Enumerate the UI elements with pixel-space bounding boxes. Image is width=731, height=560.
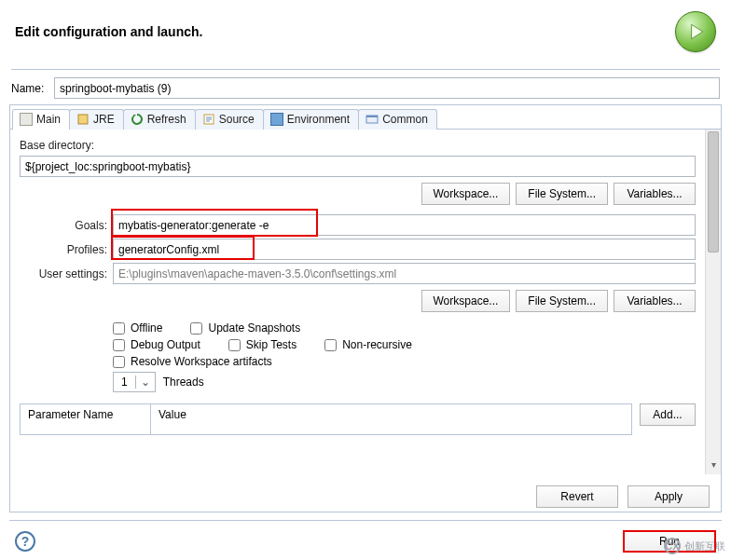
help-icon[interactable]: ? <box>15 531 35 552</box>
threads-label: Threads <box>163 376 204 389</box>
name-input[interactable] <box>54 77 720 99</box>
column-parameter-name: Parameter Name <box>21 404 151 434</box>
profiles-input[interactable] <box>113 239 696 260</box>
workspace-button[interactable]: Workspace... <box>421 183 511 205</box>
tab-source[interactable]: Source <box>195 109 264 130</box>
goals-label: Goals: <box>20 219 113 232</box>
checkbox-offline-label: Offline <box>131 321 162 335</box>
tab-jre-label: JRE <box>93 113 115 126</box>
checkbox-debug-output[interactable]: Debug Output <box>113 338 200 351</box>
base-directory-input[interactable] <box>20 156 696 177</box>
svg-rect-5 <box>366 116 378 117</box>
workspace-button-2[interactable]: Workspace... <box>421 290 511 312</box>
checkbox-non-recursive[interactable]: Non-recursive <box>324 338 412 351</box>
svg-marker-2 <box>133 115 136 117</box>
variables-button-2[interactable]: Variables... <box>614 290 696 312</box>
checkbox-update-snapshots-label: Update Snapshots <box>208 321 300 335</box>
tab-common[interactable]: Common <box>358 109 437 130</box>
checkbox-debug-output-label: Debug Output <box>131 338 200 351</box>
tab-environment-label: Environment <box>287 113 350 126</box>
dialog-title: Edit configuration and launch. <box>15 24 202 39</box>
apply-button[interactable]: Apply <box>628 485 710 508</box>
base-directory-label: Base directory: <box>20 139 696 152</box>
checkbox-non-recursive-label: Non-recursive <box>342 338 412 351</box>
vertical-scrollbar[interactable]: ▴ ▾ <box>705 130 721 474</box>
threads-spinner[interactable]: 1 ⌄ <box>113 372 156 392</box>
tab-refresh-label: Refresh <box>147 113 186 126</box>
user-settings-label: User settings: <box>20 267 113 280</box>
scroll-down-arrow-icon[interactable]: ▾ <box>706 459 721 474</box>
scrollbar-thumb[interactable] <box>708 131 719 253</box>
file-system-button[interactable]: File System... <box>516 183 608 205</box>
watermark: CX创新互联 <box>664 538 725 554</box>
common-tab-icon <box>366 113 379 126</box>
tab-source-label: Source <box>219 113 255 126</box>
revert-button[interactable]: Revert <box>536 485 618 508</box>
environment-tab-icon <box>270 113 283 126</box>
play-icon <box>685 21 706 42</box>
tab-common-label: Common <box>382 113 428 126</box>
tab-environment[interactable]: Environment <box>263 109 359 130</box>
checkbox-skip-tests[interactable]: Skip Tests <box>228 338 297 351</box>
threads-value: 1 <box>114 376 135 389</box>
checkbox-skip-tests-label: Skip Tests <box>246 338 297 351</box>
name-label: Name: <box>11 82 48 95</box>
column-value: Value <box>151 404 631 434</box>
checkbox-update-snapshots[interactable]: Update Snapshots <box>190 321 300 335</box>
jre-tab-icon <box>76 113 90 126</box>
main-tab-icon <box>20 113 33 126</box>
tab-main[interactable]: Main <box>12 109 70 130</box>
tab-main-label: Main <box>36 113 61 126</box>
add-button[interactable]: Add... <box>640 403 696 426</box>
user-settings-input[interactable] <box>113 263 696 284</box>
checkbox-resolve-workspace[interactable]: Resolve Workspace artifacts <box>113 355 272 368</box>
launch-icon-button[interactable] <box>675 11 716 52</box>
variables-button[interactable]: Variables... <box>614 183 696 205</box>
checkbox-resolve-workspace-label: Resolve Workspace artifacts <box>131 355 272 368</box>
source-tab-icon <box>202 113 215 126</box>
file-system-button-2[interactable]: File System... <box>516 290 608 312</box>
refresh-tab-icon <box>131 113 144 126</box>
goals-input[interactable] <box>113 214 696 236</box>
tab-refresh[interactable]: Refresh <box>123 109 196 130</box>
tab-jre[interactable]: JRE <box>69 109 124 130</box>
checkbox-offline[interactable]: Offline <box>113 321 162 335</box>
chevron-down-icon[interactable]: ⌄ <box>135 376 155 389</box>
parameter-table[interactable]: Parameter Name Value <box>20 403 632 435</box>
profiles-label: Profiles: <box>20 243 113 256</box>
svg-marker-0 <box>692 24 703 38</box>
svg-rect-1 <box>78 115 88 124</box>
